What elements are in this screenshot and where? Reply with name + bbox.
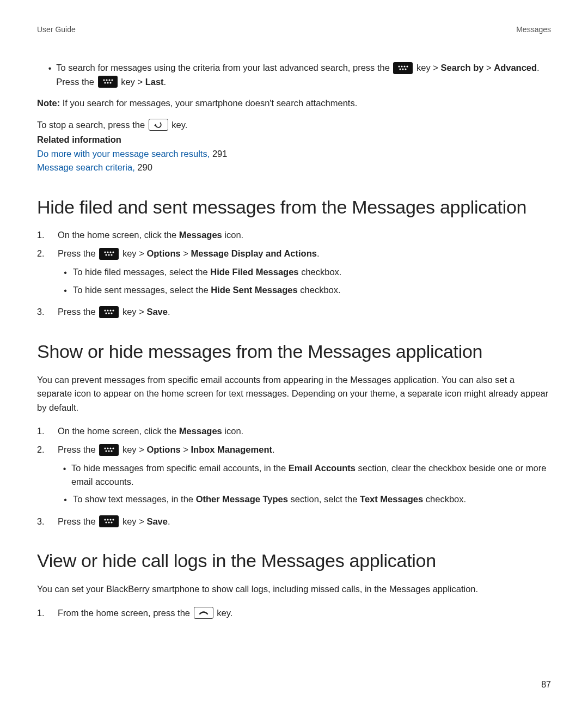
step: 1. From the home screen, press the key. bbox=[37, 606, 551, 620]
page: User Guide Messages • To search for mess… bbox=[0, 0, 588, 706]
svg-point-23 bbox=[110, 309, 112, 311]
step-content: From the home screen, press the key. bbox=[58, 606, 551, 620]
step-content: Press the key > Save. bbox=[58, 305, 551, 319]
svg-point-18 bbox=[108, 254, 110, 255]
substeps: • To hide filed messages, select the Hid… bbox=[58, 265, 551, 298]
section-b-paragraph: You can prevent messages from specific e… bbox=[37, 373, 551, 415]
step: 2. Press the key > Options > Inbox Manag… bbox=[37, 443, 551, 510]
header-right: Messages bbox=[516, 25, 551, 34]
svg-point-13 bbox=[111, 80, 113, 81]
bullet-marker: • bbox=[58, 265, 73, 280]
svg-point-41 bbox=[113, 519, 114, 521]
stop-search-line: To stop a search, press the key. bbox=[37, 118, 551, 132]
step: 3. Press the key > Save. bbox=[37, 515, 551, 529]
step: 1. On the home screen, click the Message… bbox=[37, 424, 551, 439]
svg-point-12 bbox=[109, 82, 111, 84]
svg-point-21 bbox=[105, 309, 106, 311]
svg-point-34 bbox=[113, 447, 114, 449]
step-number: 1. bbox=[37, 424, 58, 439]
blackberry-key-icon bbox=[99, 444, 119, 456]
svg-point-17 bbox=[106, 254, 107, 255]
page-header: User Guide Messages bbox=[37, 25, 551, 34]
page-number: 87 bbox=[541, 680, 551, 690]
svg-point-4 bbox=[402, 68, 404, 70]
bullet-marker: • bbox=[58, 461, 71, 489]
svg-point-5 bbox=[405, 68, 407, 70]
step-number: 3. bbox=[37, 305, 58, 319]
step-number: 1. bbox=[37, 606, 58, 620]
substep: • To hide sent messages, select the Hide… bbox=[58, 283, 551, 298]
step: 1. On the home screen, click the Message… bbox=[37, 228, 551, 242]
page-body: • To search for messages using the crite… bbox=[37, 61, 551, 620]
svg-point-38 bbox=[106, 522, 107, 524]
step-content: On the home screen, click the Messages i… bbox=[58, 424, 551, 439]
svg-point-25 bbox=[108, 312, 110, 314]
step-content: Press the key > Options > Inbox Manageme… bbox=[58, 443, 551, 510]
note-text: If you search for messages, your smartph… bbox=[60, 98, 357, 108]
svg-point-29 bbox=[107, 447, 109, 449]
svg-point-6 bbox=[407, 65, 408, 67]
header-left: User Guide bbox=[37, 25, 76, 34]
svg-point-15 bbox=[107, 251, 109, 253]
bullet-marker: • bbox=[58, 492, 73, 507]
step-content: On the home screen, click the Messages i… bbox=[58, 228, 551, 242]
svg-point-10 bbox=[104, 82, 106, 84]
svg-point-24 bbox=[106, 312, 107, 314]
blackberry-key-icon bbox=[99, 248, 119, 260]
svg-point-9 bbox=[108, 80, 110, 81]
svg-point-28 bbox=[105, 447, 106, 449]
section-a-steps: 1. On the home screen, click the Message… bbox=[37, 228, 551, 319]
step-content: Press the key > Save. bbox=[58, 515, 551, 529]
svg-point-35 bbox=[105, 519, 106, 521]
substep: • To hide messages from specific email a… bbox=[58, 461, 551, 489]
note-label: Note: bbox=[37, 98, 60, 108]
blackberry-key-icon bbox=[99, 515, 119, 527]
bullet-marker: • bbox=[44, 61, 56, 89]
svg-point-40 bbox=[111, 522, 113, 524]
svg-point-2 bbox=[404, 65, 406, 67]
svg-point-19 bbox=[111, 254, 113, 255]
phone-key-icon bbox=[194, 607, 213, 619]
section-c-steps: 1. From the home screen, press the key. bbox=[37, 606, 551, 620]
svg-point-33 bbox=[111, 450, 113, 452]
svg-point-36 bbox=[107, 519, 109, 521]
step-number: 3. bbox=[37, 515, 58, 529]
blackberry-key-icon bbox=[98, 76, 118, 88]
svg-point-22 bbox=[107, 309, 109, 311]
svg-point-27 bbox=[113, 309, 114, 311]
step-number: 1. bbox=[37, 228, 58, 242]
step: 3. Press the key > Save. bbox=[37, 305, 551, 319]
substeps: • To hide messages from specific email a… bbox=[58, 461, 551, 507]
svg-point-1 bbox=[401, 65, 403, 67]
section-hide-filed-sent-title: Hide filed and sent messages from the Me… bbox=[37, 196, 551, 219]
svg-point-11 bbox=[107, 82, 108, 84]
svg-point-8 bbox=[106, 80, 107, 81]
section-call-logs-title: View or hide call logs in the Messages a… bbox=[37, 549, 551, 573]
section-show-hide-messages-title: Show or hide messages from the Messages … bbox=[37, 340, 551, 363]
svg-point-32 bbox=[108, 450, 110, 452]
substep: • To show text messages, in the Other Me… bbox=[58, 492, 551, 507]
svg-point-37 bbox=[110, 519, 112, 521]
step: 2. Press the key > Options > Message Dis… bbox=[37, 247, 551, 301]
svg-point-16 bbox=[110, 251, 112, 253]
search-tip-text: To search for messages using the criteri… bbox=[56, 61, 551, 89]
step-number: 2. bbox=[37, 443, 58, 457]
blackberry-key-icon bbox=[393, 62, 413, 74]
svg-point-3 bbox=[400, 68, 401, 70]
related-link-2[interactable]: Message search criteria, 290 bbox=[37, 161, 551, 175]
step-content: Press the key > Options > Message Displa… bbox=[58, 247, 551, 301]
svg-point-14 bbox=[105, 251, 106, 253]
substep: • To hide filed messages, select the Hid… bbox=[58, 265, 551, 280]
bullet-marker: • bbox=[58, 283, 73, 298]
back-key-icon bbox=[149, 119, 168, 131]
svg-point-20 bbox=[113, 251, 114, 253]
related-link-1[interactable]: Do more with your message search results… bbox=[37, 147, 551, 161]
note-paragraph: Note: If you search for messages, your s… bbox=[37, 96, 551, 111]
svg-point-30 bbox=[110, 447, 112, 449]
step-number: 2. bbox=[37, 247, 58, 261]
blackberry-key-icon bbox=[99, 306, 119, 318]
section-c-paragraph: You can set your BlackBerry smartphone t… bbox=[37, 582, 551, 597]
section-b-steps: 1. On the home screen, click the Message… bbox=[37, 424, 551, 528]
svg-point-39 bbox=[108, 522, 110, 524]
svg-point-0 bbox=[399, 65, 400, 67]
